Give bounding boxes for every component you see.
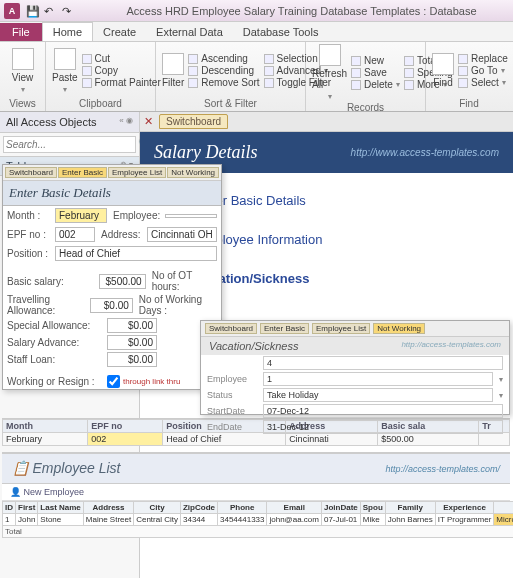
group-clipboard: Clipboard	[52, 97, 149, 109]
ascending-button[interactable]: Ascending	[188, 53, 259, 64]
position-label: Position :	[7, 248, 55, 259]
app-icon: A	[4, 3, 20, 19]
employee-label: Employee:	[113, 210, 165, 221]
goto-button[interactable]: Go To▾	[458, 65, 508, 76]
working-checkbox[interactable]	[107, 375, 120, 388]
save-button[interactable]: Save	[351, 67, 400, 78]
vac-end-field[interactable]: 31-Dec-12	[263, 420, 503, 434]
find-button[interactable]: Find	[432, 44, 454, 97]
descending-button[interactable]: Descending	[188, 65, 259, 76]
ribbon-tabs: File Home Create External Data Database …	[0, 22, 513, 42]
vac-end-label: EndDate	[207, 422, 257, 432]
cut-button[interactable]: Cut	[82, 53, 161, 64]
special-allow-label: Special Allowance:	[7, 320, 107, 331]
paste-button[interactable]: Paste▾	[52, 44, 78, 97]
emplist-link[interactable]: http://access-templates.com/	[385, 464, 500, 474]
staff-loan-field[interactable]: $0.00	[107, 352, 157, 367]
save-icon[interactable]: 💾	[26, 5, 38, 17]
epf-label: EPF no :	[7, 229, 55, 240]
tab-external-data[interactable]: External Data	[146, 23, 233, 41]
emplist-header-row: ID First Last Name Address City ZipCode …	[3, 502, 514, 514]
redo-icon[interactable]: ↷	[62, 5, 74, 17]
working-resign-label: Working or Resign :	[7, 376, 107, 387]
vacation-link[interactable]: http://access-templates.com	[401, 340, 501, 349]
new-employee-button[interactable]: 👤 New Employee	[10, 487, 84, 497]
travel-allow-label: Travelling Allowance:	[7, 294, 90, 316]
tab-database-tools[interactable]: Database Tools	[233, 23, 329, 41]
refresh-all-button[interactable]: Refresh All▾	[312, 44, 347, 101]
tab-create[interactable]: Create	[93, 23, 146, 41]
vac-id-field[interactable]: 4	[263, 356, 503, 370]
month-label: Month :	[7, 210, 55, 221]
emplist-title: 📋 Employee List	[12, 460, 120, 477]
form-tab[interactable]: Employee List	[108, 167, 166, 178]
vac-start-field[interactable]: 07-Dec-12	[263, 404, 503, 418]
header-link[interactable]: http://www.access-templates.com	[351, 147, 499, 158]
format-painter-button[interactable]: Format Painter	[82, 77, 161, 88]
close-icon[interactable]: ✕	[144, 115, 153, 128]
vac-tab[interactable]: Not Working	[373, 323, 425, 334]
special-allow-field[interactable]: $0.00	[107, 318, 157, 333]
vac-status-field[interactable]: Take Holiday	[263, 388, 493, 402]
vac-tab[interactable]: Switchboard	[205, 323, 257, 334]
form-tab[interactable]: Not Working	[167, 167, 219, 178]
employee-list: 📋 Employee List http://access-templates.…	[2, 452, 510, 538]
form-title: Enter Basic Details	[3, 181, 221, 206]
select-button[interactable]: Select▾	[458, 77, 508, 88]
form-tab[interactable]: Enter Basic	[58, 167, 107, 178]
doc-tab-switchboard[interactable]: Switchboard	[159, 114, 228, 129]
copy-button[interactable]: Copy	[82, 65, 161, 76]
document-tabs: ✕ Switchboard	[140, 112, 513, 132]
tab-home[interactable]: Home	[42, 22, 93, 41]
ot-hours-label: No of OT hours:	[152, 270, 217, 292]
vacation-form: Switchboard Enter Basic Employee List No…	[200, 320, 510, 415]
month-field[interactable]: February	[55, 208, 107, 223]
group-sort-filter: Sort & Filter	[162, 97, 299, 109]
employee-field[interactable]	[165, 214, 217, 218]
travel-allow-field[interactable]: $0.00	[90, 298, 133, 313]
emplist-toolbar: 👤 New Employee	[2, 484, 510, 501]
epf-field[interactable]: 002	[55, 227, 95, 242]
working-days-label: No of Working Days :	[139, 294, 217, 316]
emplist-total-row: Total	[3, 526, 514, 538]
col-month[interactable]: Month	[3, 420, 88, 433]
basic-salary-label: Basic salary:	[7, 276, 99, 287]
vac-tab[interactable]: Enter Basic	[260, 323, 309, 334]
emplist-row[interactable]: 1 John Stone Maine Street Central City 3…	[3, 514, 514, 526]
enter-basic-form: Switchboard Enter Basic Employee List No…	[2, 164, 222, 390]
form-title: Salary Details	[154, 142, 258, 163]
file-tab[interactable]: File	[0, 23, 42, 41]
search-input[interactable]	[4, 137, 135, 152]
ribbon: View▾ Views Paste▾ Cut Copy Format Paint…	[0, 42, 513, 112]
vac-emp-field[interactable]: 1	[263, 372, 493, 386]
salary-advance-field[interactable]: $0.00	[107, 335, 157, 350]
vac-emp-label: Employee	[207, 374, 257, 384]
group-find: Find	[432, 97, 506, 109]
nav-search[interactable]: 🔍	[3, 136, 136, 153]
vac-tab[interactable]: Employee List	[312, 323, 370, 334]
address-field[interactable]: Cincinnati OH	[147, 227, 217, 242]
nav-header[interactable]: All Access Objects« ◉	[0, 112, 139, 133]
vac-status-label: Status	[207, 390, 257, 400]
vacation-title: Vacation/Sickness http://access-template…	[201, 337, 509, 355]
salary-advance-label: Salary Advance:	[7, 337, 107, 348]
address-label: Address:	[101, 229, 147, 240]
form-tabs: Switchboard Enter Basic Employee List No…	[3, 165, 221, 181]
replace-button[interactable]: Replace	[458, 53, 508, 64]
working-link[interactable]: through link thru	[123, 377, 180, 386]
group-views: Views	[6, 97, 39, 109]
staff-loan-label: Staff Loan:	[7, 354, 107, 365]
position-field[interactable]: Head of Chief	[55, 246, 217, 261]
view-button[interactable]: View▾	[6, 44, 39, 97]
col-epf[interactable]: EPF no	[88, 420, 163, 433]
remove-sort-button[interactable]: Remove Sort	[188, 77, 259, 88]
quick-access-toolbar: 💾 ↶ ↷	[26, 5, 74, 17]
window-title: Access HRD Employee Salary Training Data…	[94, 5, 509, 17]
vac-start-label: StartDate	[207, 406, 257, 416]
filter-button[interactable]: Filter	[162, 44, 184, 97]
form-tab[interactable]: Switchboard	[5, 167, 57, 178]
basic-salary-field[interactable]: $500.00	[99, 274, 146, 289]
new-button[interactable]: New	[351, 55, 400, 66]
undo-icon[interactable]: ↶	[44, 5, 56, 17]
delete-button[interactable]: Delete▾	[351, 79, 400, 90]
